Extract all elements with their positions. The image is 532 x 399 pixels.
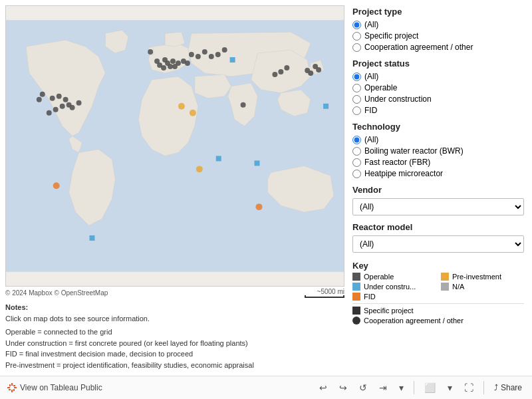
project-status-title: Project status [352, 59, 524, 68]
tech-heatpipe-label: Heatpipe microreactor [364, 169, 443, 178]
svg-point-25 [209, 54, 214, 59]
legend-line-4: Pre-investment = project identification,… [5, 360, 344, 371]
svg-point-3 [57, 94, 62, 99]
svg-point-35 [316, 67, 321, 72]
tech-fbr[interactable]: Fast reactor (FBR) [352, 158, 524, 167]
svg-rect-49 [11, 390, 13, 392]
svg-point-29 [278, 69, 283, 74]
svg-rect-38 [230, 57, 235, 63]
click-instruction: Click on map dots to see source informat… [5, 313, 344, 325]
vendor-dropdown-wrapper: (All) [352, 198, 524, 215]
key-cooperation-icon [352, 317, 360, 325]
svg-point-46 [190, 110, 196, 116]
tech-fbr-label: Fast reactor (FBR) [364, 158, 430, 167]
svg-point-44 [256, 203, 263, 210]
sidebar: Project type (All) Specific project Coop… [350, 5, 527, 370]
svg-point-9 [70, 105, 75, 110]
svg-point-26 [215, 52, 221, 57]
key-operable: Operable [352, 273, 436, 281]
technology-title: Technology [352, 122, 524, 132]
tech-heatpipe[interactable]: Heatpipe microreactor [352, 169, 524, 178]
svg-point-16 [162, 57, 168, 63]
key-fid-label: FID [364, 293, 376, 301]
share-label: Share [501, 383, 522, 392]
key-construction-icon [352, 283, 360, 291]
legend-line-2: Under construction = first concrete pour… [5, 338, 344, 349]
svg-point-30 [272, 72, 277, 77]
project-status-section: Project status (All) Operable Under cons… [352, 59, 524, 115]
status-construction-label: Under construction [364, 94, 432, 104]
svg-point-43 [53, 182, 60, 189]
share-icon: ⤴ [494, 383, 498, 392]
undo-button[interactable]: ↩ [316, 380, 331, 395]
key-preinvestment: Pre-investment [441, 273, 524, 281]
key-fid-icon [352, 293, 360, 301]
svg-point-28 [241, 102, 246, 108]
share-button[interactable]: ⤴ Share [491, 381, 525, 394]
forward-dropdown[interactable]: ▾ [396, 380, 407, 395]
vendor-dropdown[interactable]: (All) [352, 198, 524, 215]
svg-point-10 [76, 100, 82, 106]
project-type-title: Project type [352, 7, 524, 17]
reactor-model-dropdown[interactable]: (All) [352, 235, 524, 253]
status-operable-label: Operable [364, 83, 397, 92]
svg-point-45 [178, 103, 185, 110]
fullscreen-button[interactable]: ⛶ [461, 380, 477, 395]
svg-rect-39 [323, 104, 329, 109]
tech-all-label: (All) [364, 135, 378, 144]
tableau-public-link[interactable]: View on Tableau Public [7, 382, 102, 393]
svg-point-24 [189, 52, 194, 57]
key-operable-label: Operable [364, 273, 394, 281]
status-all[interactable]: (All) [352, 72, 524, 81]
status-fid[interactable]: FID [352, 106, 524, 115]
key-operable-icon [352, 273, 360, 281]
svg-rect-50 [7, 387, 10, 388]
svg-rect-54 [9, 389, 11, 390]
tech-bwr[interactable]: Boiling water reactor (BWR) [352, 146, 524, 156]
svg-rect-48 [11, 383, 13, 386]
technology-section: Technology (All) Boiling water reactor (… [352, 122, 524, 178]
svg-point-1 [40, 92, 45, 97]
revert-button[interactable]: ↺ [356, 380, 370, 395]
svg-point-20 [154, 59, 160, 64]
key-cooperation-label: Cooperation agreement / other [364, 317, 464, 325]
project-type-specific[interactable]: Specific project [352, 31, 524, 41]
reactor-model-title: Reactor model [352, 222, 524, 232]
key-specific-icon [352, 307, 360, 315]
svg-point-7 [53, 107, 59, 112]
legend-line-1: Operable = connected to the grid [5, 327, 344, 338]
key-na-label: N/A [452, 283, 464, 291]
redo-button[interactable]: ↪ [336, 380, 350, 395]
vendor-title: Vendor [352, 185, 524, 195]
svg-rect-53 [13, 389, 15, 391]
toolbar-divider [414, 381, 414, 394]
download-button[interactable]: ⬜ [421, 380, 439, 395]
key-cooperation: Cooperation agreement / other [352, 317, 524, 325]
svg-point-11 [37, 97, 42, 102]
svg-point-21 [148, 49, 153, 55]
key-preinvestment-label: Pre-investment [452, 273, 501, 281]
svg-rect-40 [90, 235, 95, 241]
svg-point-37 [185, 61, 190, 66]
scale-bar: ~5000 mi [305, 288, 344, 298]
download-dropdown[interactable]: ▾ [444, 380, 456, 395]
tech-all[interactable]: (All) [352, 135, 524, 144]
notes-area: Notes: Click on map dots to see source i… [5, 299, 344, 370]
key-na-icon [441, 283, 449, 291]
tableau-label: View on Tableau Public [20, 383, 102, 392]
forward-button[interactable]: ⇥ [376, 380, 390, 395]
project-type-all[interactable]: (All) [352, 20, 524, 29]
svg-point-22 [202, 49, 207, 55]
svg-rect-41 [255, 160, 260, 166]
svg-point-23 [196, 54, 201, 59]
key-lower: Specific project Cooperation agreement /… [352, 307, 524, 325]
svg-point-15 [168, 64, 173, 69]
svg-point-31 [284, 65, 289, 70]
svg-point-27 [222, 47, 227, 53]
status-operable[interactable]: Operable [352, 83, 524, 92]
status-construction[interactable]: Under construction [352, 94, 524, 104]
project-type-cooperation[interactable]: Cooperation agreement / other [352, 43, 524, 52]
map-area[interactable] [5, 5, 344, 287]
svg-rect-55 [13, 385, 15, 386]
svg-point-8 [47, 110, 52, 116]
